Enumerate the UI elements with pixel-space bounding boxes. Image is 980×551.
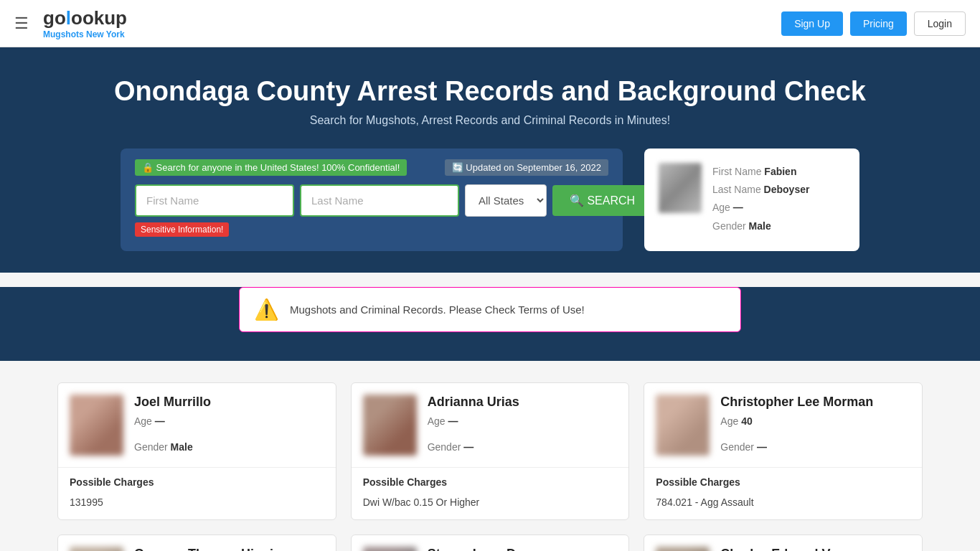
header: ☰ golookup Mugshots New York Sign Up Pri… xyxy=(0,0,980,47)
age-value: — xyxy=(733,202,743,213)
person-card-top: Charles Edward VarneyAge —Gender — xyxy=(644,535,922,551)
menu-icon[interactable]: ☰ xyxy=(14,14,29,33)
person-card[interactable]: Charles Edward VarneyAge —Gender —Possib… xyxy=(644,534,923,551)
person-name: Charles Edward Varney xyxy=(720,547,864,551)
cards-grid: Joel MurrilloAge —Gender MalePossible Ch… xyxy=(57,382,923,551)
hero-subtitle: Search for Mugshots, Arrest Records and … xyxy=(14,114,966,127)
charges-section: Possible ChargesDwi W/bac 0.15 Or Higher xyxy=(352,467,629,519)
person-name: Christopher Lee Morman xyxy=(720,395,873,410)
header-left: ☰ golookup Mugshots New York xyxy=(14,7,127,39)
gender-label: Gender xyxy=(428,441,464,453)
state-select[interactable]: All States New York California Florida T… xyxy=(465,184,547,217)
logo[interactable]: golookup Mugshots New York xyxy=(43,7,127,39)
charges-title: Possible Charges xyxy=(363,476,618,488)
person-details: Charles Edward VarneyAge —Gender — xyxy=(720,547,864,551)
charges-section: Possible Charges131995 xyxy=(58,467,336,519)
search-section: 🔒 Search for anyone in the United States… xyxy=(0,149,980,273)
age-label: Age xyxy=(134,415,155,427)
gender-value: Male xyxy=(749,220,771,232)
gender-label: Gender xyxy=(134,441,171,453)
person-name: Adrianna Urias xyxy=(428,395,519,410)
charge-item: 131995 xyxy=(70,494,324,511)
person-card[interactable]: Gregory Thomas HigginsAge —Gender MalePo… xyxy=(57,534,336,551)
person-avatar xyxy=(70,547,123,551)
person-avatar xyxy=(656,395,710,456)
cards-section: Joel MurrilloAge —Gender MalePossible Ch… xyxy=(0,361,980,551)
logo-subtitle: Mugshots New York xyxy=(43,29,127,39)
person-name: Joel Murrillo xyxy=(134,395,211,410)
gender-value: Male xyxy=(171,441,193,453)
person-details: Joel MurrilloAge —Gender Male xyxy=(134,395,211,456)
person-details: Adrianna UriasAge —Gender — xyxy=(428,395,519,456)
hero-section: Onondaga County Arrest Records and Backg… xyxy=(0,47,980,149)
signup-button[interactable]: Sign Up xyxy=(781,11,843,36)
person-details: Stacey Lynn DowAge —Gender Female xyxy=(428,547,534,551)
warning-icon: ⚠️ xyxy=(254,298,279,321)
search-top-bar: 🔒 Search for anyone in the United States… xyxy=(135,159,608,176)
login-button[interactable]: Login xyxy=(914,11,966,36)
person-card-top: Joel MurrilloAge —Gender Male xyxy=(58,383,336,467)
person-card[interactable]: Adrianna UriasAge —Gender —Possible Char… xyxy=(351,382,630,520)
gender-value: — xyxy=(463,441,473,453)
age-row: Age 40 xyxy=(720,415,873,427)
age-label: Age xyxy=(428,415,448,427)
last-name-value: Deboyser xyxy=(764,184,810,195)
person-details: Christopher Lee MormanAge 40Gender — xyxy=(720,395,873,456)
last-name-label: Last Name xyxy=(712,184,761,195)
first-name-value: Fabien xyxy=(764,166,796,177)
charges-title: Possible Charges xyxy=(70,476,324,488)
charges-section: Possible Charges784.021 - Agg Assault xyxy=(644,467,922,519)
age-row: Age — xyxy=(428,415,519,427)
gender-row: Gender — xyxy=(720,441,873,453)
person-card-top: Christopher Lee MormanAge 40Gender — xyxy=(644,383,922,467)
gender-label: Gender xyxy=(720,441,757,453)
gender-label: Gender xyxy=(712,220,746,232)
age-value: 40 xyxy=(741,415,753,427)
person-details: Gregory Thomas HigginsAge —Gender Male xyxy=(134,547,288,551)
header-right: Sign Up Pricing Login xyxy=(781,11,966,36)
charges-title: Possible Charges xyxy=(656,476,910,488)
person-card-top: Stacey Lynn DowAge —Gender Female xyxy=(352,535,629,551)
last-name-input[interactable] xyxy=(300,184,459,217)
person-card[interactable]: Stacey Lynn DowAge —Gender FemalePossibl… xyxy=(351,534,630,551)
warning-bar: ⚠️ Mugshots and Criminal Records. Please… xyxy=(239,287,741,332)
age-value: — xyxy=(155,415,165,427)
search-box: 🔒 Search for anyone in the United States… xyxy=(121,149,623,251)
person-avatar xyxy=(363,547,417,551)
age-row: Age — xyxy=(134,415,211,427)
hero-title: Onondaga County Arrest Records and Backg… xyxy=(14,76,966,107)
person-card-top: Gregory Thomas HigginsAge —Gender Male xyxy=(58,535,336,551)
pricing-button[interactable]: Pricing xyxy=(850,11,907,36)
age-label: Age xyxy=(712,202,730,213)
search-inputs: All States New York California Florida T… xyxy=(135,184,608,217)
person-avatar xyxy=(656,547,710,551)
result-preview-card: First Name Fabien Last Name Deboyser Age… xyxy=(644,149,859,251)
charge-item: 784.021 - Agg Assault xyxy=(656,494,910,511)
warning-text: Mugshots and Criminal Records. Please Ch… xyxy=(290,303,585,316)
person-card[interactable]: Christopher Lee MormanAge 40Gender —Poss… xyxy=(644,382,923,520)
search-button[interactable]: 🔍 SEARCH xyxy=(552,185,652,216)
person-avatar xyxy=(363,395,417,456)
first-name-input[interactable] xyxy=(135,184,294,217)
result-preview-info: First Name Fabien Last Name Deboyser Age… xyxy=(712,163,809,235)
charge-item: Dwi W/bac 0.15 Or Higher xyxy=(363,494,618,511)
gender-row: Gender Male xyxy=(134,441,211,453)
gender-value: — xyxy=(757,441,767,453)
first-name-label: First Name xyxy=(712,166,761,177)
person-avatar xyxy=(70,395,123,456)
updated-badge: 🔄 Updated on September 16, 2022 xyxy=(445,159,608,176)
age-value: — xyxy=(448,415,458,427)
sensitive-info-badge: Sensitive Information! xyxy=(135,222,229,237)
age-label: Age xyxy=(720,415,741,427)
person-card[interactable]: Joel MurrilloAge —Gender MalePossible Ch… xyxy=(57,382,336,520)
person-card-top: Adrianna UriasAge —Gender — xyxy=(352,383,629,467)
person-name: Gregory Thomas Higgins xyxy=(134,547,288,551)
confidential-badge: 🔒 Search for anyone in the United States… xyxy=(135,159,407,176)
person-name: Stacey Lynn Dow xyxy=(428,547,534,551)
gender-row: Gender — xyxy=(428,441,519,453)
preview-avatar xyxy=(659,163,702,213)
